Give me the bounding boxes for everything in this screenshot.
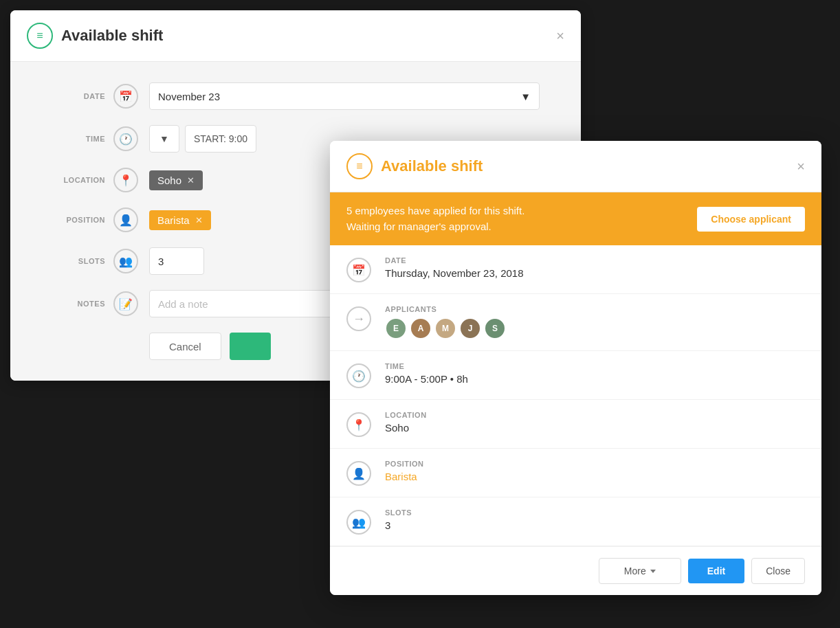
detail-section: 📅 DATE Thursday, November 23, 2018 → APP… xyxy=(330,245,821,546)
detail-date-row: 📅 DATE Thursday, November 23, 2018 xyxy=(330,245,821,294)
calendar-icon: 📅 xyxy=(113,84,138,109)
edit-button[interactable]: Edit xyxy=(688,559,744,583)
notes-icon: 📝 xyxy=(113,291,138,316)
time-dropdown-button[interactable]: ▼ xyxy=(149,125,179,153)
detail-slots-value: 3 xyxy=(385,519,805,531)
date-input[interactable]: November 23 ▼ xyxy=(149,82,540,110)
modal-fg-title: Available shift xyxy=(381,157,483,175)
detail-position-row: 👤 POSITION Barista xyxy=(330,449,821,497)
slots-input[interactable]: 3 xyxy=(149,247,204,275)
detail-position-value: Barista xyxy=(385,471,805,482)
chevron-down-icon: ▼ xyxy=(520,91,531,102)
date-label: DATE xyxy=(38,92,113,100)
foreground-modal: ≡ Available shift × 5 employees have app… xyxy=(330,141,821,595)
detail-date-value: Thursday, November 23, 2018 xyxy=(385,267,805,279)
choose-applicant-button[interactable]: Choose applicant xyxy=(697,207,805,232)
time-group: ▼ START: 9:00 xyxy=(149,125,256,153)
detail-applicants-icon: → xyxy=(346,306,371,331)
position-tag-remove[interactable]: ✕ xyxy=(195,215,203,225)
logo-icon-green: ≡ xyxy=(27,23,53,49)
location-tag-remove[interactable]: ✕ xyxy=(187,175,195,186)
location-pin-icon: 📍 xyxy=(113,168,138,192)
close-button[interactable]: Close xyxy=(751,558,805,584)
position-label: POSITION xyxy=(38,216,113,224)
detail-slots-row: 👥 SLOTS 3 xyxy=(330,497,821,546)
location-label: LOCATION xyxy=(38,176,113,184)
detail-clock-icon: 🕐 xyxy=(346,363,371,388)
save-button[interactable] xyxy=(230,333,271,360)
modal-bg-title: Available shift xyxy=(61,27,163,45)
position-tag[interactable]: Barista ✕ xyxy=(149,210,211,230)
time-label: TIME xyxy=(38,135,113,143)
detail-location-value: Soho xyxy=(385,422,805,434)
applicant-avatars: E A M J S xyxy=(385,317,805,339)
detail-time-value: 9:00A - 5:00P • 8h xyxy=(385,373,805,385)
notes-label: NOTES xyxy=(38,300,113,308)
detail-calendar-icon: 📅 xyxy=(346,258,371,282)
modal-bg-header: ≡ Available shift × xyxy=(10,10,581,62)
logo-icon-orange: ≡ xyxy=(346,153,373,179)
detail-location-label: LOCATION xyxy=(385,411,805,419)
more-chevron-icon xyxy=(650,570,656,573)
detail-applicants-label: APPLICANTS xyxy=(385,305,805,313)
avatar-4: J xyxy=(459,317,481,339)
avatar-5: S xyxy=(484,317,506,339)
time-start-field[interactable]: START: 9:00 xyxy=(185,125,256,153)
more-button[interactable]: More xyxy=(599,558,681,584)
notification-text: 5 employees have applied for this shift.… xyxy=(346,203,524,234)
avatar-2: A xyxy=(410,317,432,339)
slots-label: SLOTS xyxy=(38,257,113,265)
detail-time-row: 🕐 TIME 9:00A - 5:00P • 8h xyxy=(330,351,821,400)
detail-position-label: POSITION xyxy=(385,460,805,468)
detail-location-row: 📍 LOCATION Soho xyxy=(330,400,821,449)
detail-location-icon: 📍 xyxy=(346,412,371,437)
detail-applicants-row: → APPLICANTS E A M J S xyxy=(330,294,821,351)
notification-banner: 5 employees have applied for this shift.… xyxy=(330,192,821,245)
modal-fg-close-button[interactable]: × xyxy=(797,159,805,173)
modal-fg-header: ≡ Available shift × xyxy=(330,141,821,192)
avatar-3: M xyxy=(434,317,456,339)
avatar-1: E xyxy=(385,317,407,339)
modal-fg-footer: More Edit Close xyxy=(330,546,821,595)
position-icon: 👤 xyxy=(113,208,138,232)
detail-time-label: TIME xyxy=(385,362,805,370)
clock-icon: 🕐 xyxy=(113,126,138,151)
detail-position-icon: 👤 xyxy=(346,461,371,486)
date-row: DATE 📅 November 23 ▼ xyxy=(38,82,540,110)
cancel-button[interactable]: Cancel xyxy=(149,333,221,360)
detail-slots-label: SLOTS xyxy=(385,508,805,517)
detail-date-label: DATE xyxy=(385,256,805,265)
slots-icon: 👥 xyxy=(113,249,138,273)
detail-slots-icon: 👥 xyxy=(346,510,371,535)
modal-bg-close-button[interactable]: × xyxy=(556,29,564,43)
location-tag[interactable]: Soho ✕ xyxy=(149,170,203,190)
